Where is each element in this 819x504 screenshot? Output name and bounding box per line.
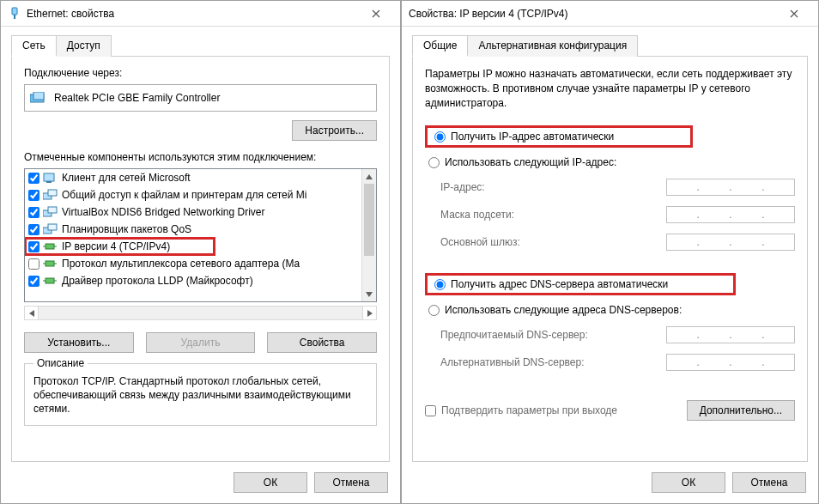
install-button[interactable]: Установить... [24,332,134,353]
radio-ip-manual[interactable]: Использовать следующий IP-адрес: [425,155,795,170]
svg-rect-7 [48,190,57,196]
dns-preferred-input: ... [666,326,795,343]
tab-general[interactable]: Общие [412,35,468,57]
list-item[interactable]: IP версии 4 (TCP/IPv4) [25,238,361,255]
list-item-checkbox[interactable] [28,207,39,218]
scroll-thumb[interactable] [364,184,374,256]
ethernet-icon [8,7,21,21]
list-item-label: IP версии 4 (TCP/IPv4) [62,240,170,252]
radio-dns-manual-label: Использовать следующие адреса DNS-сервер… [445,304,682,316]
tabs: Сеть Доступ [11,35,390,57]
tab-network[interactable]: Сеть [11,35,57,57]
adapter-name: Realtek PCIe GBE Family Controller [54,92,220,104]
ethernet-properties-dialog: Ethernet: свойства Сеть Доступ Подключен… [0,0,401,504]
svg-rect-9 [48,207,57,213]
list-item[interactable]: Планировщик пакетов QoS [25,221,361,238]
subnet-mask-input: ... [666,206,795,223]
svg-rect-15 [46,261,54,266]
list-item-checkbox[interactable] [28,241,39,252]
list-item-checkbox[interactable] [28,173,39,184]
dialog-content: Сеть Доступ Подключение через: Realtek P… [1,27,400,462]
dns-alt-input: ... [666,354,795,371]
svg-rect-18 [46,278,54,283]
uninstall-button: Удалить [146,332,256,353]
list-item-checkbox[interactable] [28,258,39,270]
component-icon [43,240,58,253]
component-icon [43,274,58,288]
gateway-label: Основной шлюз: [440,236,666,248]
component-icon [43,222,58,236]
dialog-footer: ОК Отмена [1,462,400,503]
dialog-title: Ethernet: свойства [27,8,359,20]
dialog-content: Общие Альтернативная конфигурация Параме… [402,27,818,462]
scroll-track[interactable] [362,184,376,287]
ok-button[interactable]: ОК [234,472,307,493]
radio-dns-auto[interactable]: Получить адрес DNS-сервера автоматически [425,273,736,295]
scroll-left-icon[interactable] [24,306,39,320]
dns-preferred-label: Предпочитаемый DNS-сервер: [440,329,666,341]
list-item-label: VirtualBox NDIS6 Bridged Networking Driv… [62,206,265,218]
list-item[interactable]: Клиент для сетей Microsoft [25,169,361,186]
radio-ip-auto-input[interactable] [434,131,446,143]
svg-rect-3 [33,92,44,100]
advanced-button[interactable]: Дополнительно... [687,400,795,421]
component-icon [43,171,58,185]
tab-access[interactable]: Доступ [56,35,112,57]
list-item[interactable]: Протокол мультиплексора сетевого адаптер… [25,255,361,272]
list-item-label: Клиент для сетей Microsoft [62,172,191,184]
subnet-mask-label: Маска подсети: [440,209,666,221]
tab-alternate[interactable]: Альтернативная конфигурация [467,35,638,57]
properties-button[interactable]: Свойства [267,332,377,353]
close-button[interactable] [359,2,393,26]
description-text: Протокол TCP/IP. Стандартный протокол гл… [33,374,367,416]
list-item-label: Планировщик пакетов QoS [62,223,191,235]
radio-dns-manual[interactable]: Использовать следующие адреса DNS-сервер… [425,302,795,318]
close-button[interactable] [777,2,811,26]
connect-via-label: Подключение через: [24,67,377,79]
radio-ip-manual-input[interactable] [428,157,440,168]
svg-rect-0 [12,8,17,15]
hscroll-track[interactable] [39,306,362,320]
dialog-footer: ОК Отмена [402,462,818,503]
dialog-title: Свойства: IP версии 4 (TCP/IPv4) [409,8,777,20]
scroll-right-icon[interactable] [362,306,377,320]
titlebar: Свойства: IP версии 4 (TCP/IPv4) [402,1,818,27]
ip-address-label: IP-адрес: [440,181,666,193]
list-item[interactable]: Общий доступ к файлам и принтерам для се… [25,186,361,203]
tab-panel: Параметры IP можно назначать автоматичес… [412,56,808,462]
component-icon [43,257,58,270]
configure-button[interactable]: Настроить... [292,120,377,141]
list-item[interactable]: VirtualBox NDIS6 Bridged Networking Driv… [25,203,361,221]
list-item[interactable]: Драйвер протокола LLDP (Майкрософт) [25,272,361,289]
ipv4-properties-dialog: Свойства: IP версии 4 (TCP/IPv4) Общие А… [401,0,819,504]
component-icon [43,205,58,219]
scroll-up-icon[interactable] [362,169,376,184]
confirm-label: Подтвердить параметры при выходе [441,404,687,416]
radio-dns-auto-label: Получить адрес DNS-сервера автоматически [451,278,668,290]
svg-rect-5 [46,181,52,183]
description-legend: Описание [33,357,88,369]
cancel-button[interactable]: Отмена [314,472,388,493]
info-text: Параметры IP можно назначать автоматичес… [425,67,795,110]
ok-button[interactable]: ОК [652,472,725,493]
list-item-checkbox[interactable] [28,276,39,287]
gateway-input: ... [666,234,795,251]
confirm-checkbox[interactable] [425,405,436,416]
dns-alt-label: Альтернативный DNS-сервер: [440,356,666,368]
svg-rect-12 [46,244,54,249]
radio-dns-manual-input[interactable] [428,305,440,316]
list-item-label: Драйвер протокола LLDP (Майкрософт) [62,275,253,287]
radio-ip-auto-label: Получить IP-адрес автоматически [451,131,614,143]
svg-rect-1 [14,15,15,19]
ip-address-input: ... [666,179,795,196]
list-item-checkbox[interactable] [28,190,39,201]
radio-ip-auto[interactable]: Получить IP-адрес автоматически [425,125,693,148]
scroll-down-icon[interactable] [362,287,376,301]
svg-rect-11 [48,224,57,230]
scrollbar[interactable] [361,169,376,301]
list-item-checkbox[interactable] [28,224,39,235]
adapter-field: Realtek PCIe GBE Family Controller [24,84,377,112]
tab-panel: Подключение через: Realtek PCIe GBE Fami… [11,56,390,462]
cancel-button[interactable]: Отмена [732,472,806,493]
radio-dns-auto-input[interactable] [434,279,446,290]
